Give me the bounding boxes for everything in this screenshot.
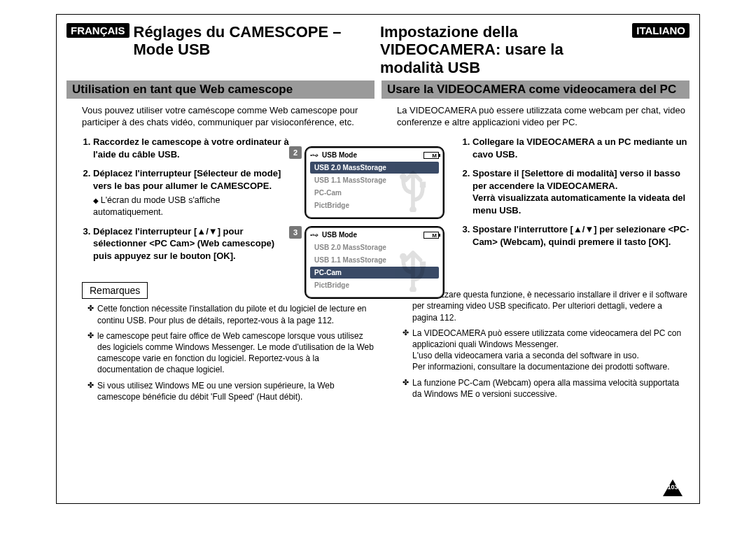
screen-title: USB Mode: [322, 151, 357, 159]
page-title-it: Impostazione della VIDEOCAMERA: usare la…: [380, 23, 628, 76]
svg-point-2: [410, 206, 416, 212]
step2-sub-fr: L'écran du mode USB s'affiche automatiqu…: [93, 195, 290, 218]
screenshot-step3: 3 USB Mode M USB 2.0 MassStorage USB 1.1…: [304, 226, 451, 299]
step-number-2: 2: [289, 146, 302, 159]
lang-badge-fr: FRANÇAIS: [66, 23, 130, 38]
steps-it: Collegare la VIDEOCAMERA a un PC mediant…: [472, 136, 690, 248]
svg-point-4: [400, 253, 407, 260]
usb-icon: USB Mode: [310, 231, 357, 239]
screenshot-step2: 2 USB Mode M USB 2.0 MassStorage USB 1.1…: [304, 146, 451, 219]
step3-it: Spostare l'interruttore [▲/▼] per selezi…: [472, 223, 690, 248]
step-number-3: 3: [289, 226, 302, 239]
page-title-fr: Réglages du CAMESCOPE – Mode USB: [134, 23, 377, 59]
battery-icon: M: [424, 232, 439, 239]
usb-trident-icon: [388, 163, 438, 212]
svg-rect-1: [420, 182, 426, 188]
title-row: FRANÇAIS Réglages du CAMESCOPE – Mode US…: [66, 23, 690, 76]
step2-it: Spostare il [Selettore di modalità] vers…: [472, 167, 690, 216]
note3-it: La funzione PC-Cam (Webcam) opera alla m…: [402, 377, 690, 400]
svg-rect-5: [420, 262, 426, 267]
svg-point-6: [410, 286, 416, 292]
notes-label-fr: Remarques: [82, 282, 148, 300]
usb-trident-icon: [388, 243, 438, 292]
usb-mode-screen-3: USB Mode M USB 2.0 MassStorage USB 1.1 M…: [304, 226, 444, 299]
screen-title: USB Mode: [322, 231, 357, 239]
usb-icon: USB Mode: [310, 151, 357, 159]
note2-fr: le camescope peut faire office de Web ca…: [88, 330, 374, 376]
note2-it: La VIDEOCAMERA può essere utilizzata com…: [402, 328, 690, 373]
svg-point-0: [400, 174, 407, 181]
title-left: FRANÇAIS Réglages du CAMESCOPE – Mode US…: [66, 23, 376, 59]
page-number-badge: 103: [663, 479, 682, 496]
subheader-fr: Utilisation en tant que Web camescope: [66, 80, 374, 99]
note3-fr: Si vous utilisez Windows ME ou une versi…: [88, 380, 374, 402]
subheader-row: Utilisation en tant que Web camescope Us…: [66, 80, 690, 99]
device-screenshots: 2 USB Mode M USB 2.0 MassStorage USB 1.1…: [304, 146, 451, 306]
usb-mode-screen-2: USB Mode M USB 2.0 MassStorage USB 1.1 M…: [304, 146, 444, 219]
intro-fr: Vous pouvez utiliser votre caméscope com…: [82, 104, 374, 129]
note1-fr: Cette fonction nécessite l'installation …: [88, 303, 374, 325]
battery-icon: M: [424, 152, 439, 159]
lang-badge-it: ITALIANO: [632, 23, 690, 38]
manual-page: FRANÇAIS Réglages du CAMESCOPE – Mode US…: [56, 14, 700, 504]
notes-fr: Cette fonction nécessite l'installation …: [88, 303, 374, 402]
intro-it: La VIDEOCAMERA può essere utilizzata com…: [397, 104, 690, 129]
subheader-it: Usare la VIDEOCAMERA come videocamera de…: [382, 80, 690, 99]
svg-point-3: [310, 154, 312, 155]
svg-point-7: [310, 234, 312, 235]
title-right: Impostazione della VIDEOCAMERA: usare la…: [380, 23, 690, 76]
page-number: 103: [663, 484, 682, 491]
step1-it: Collegare la VIDEOCAMERA a un PC mediant…: [472, 136, 690, 160]
